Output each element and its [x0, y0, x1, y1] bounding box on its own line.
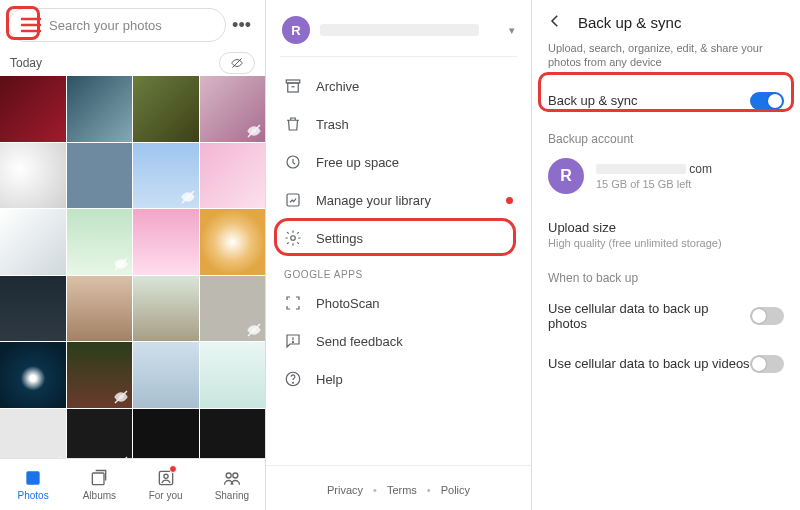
search-placeholder: Search your photos [49, 18, 162, 33]
photo-tile[interactable] [200, 276, 266, 342]
photo-tile[interactable] [200, 143, 266, 209]
photo-tile[interactable] [0, 409, 66, 459]
section-label: Backup account [532, 122, 800, 150]
photo-tile[interactable] [67, 276, 133, 342]
svg-point-26 [291, 236, 296, 241]
cellular-photos-row[interactable]: Use cellular data to back up photos [532, 289, 800, 343]
sharing-icon [222, 468, 242, 488]
svg-point-20 [233, 473, 238, 478]
row-sub: High quality (free unlimited storage) [548, 237, 784, 249]
menu-archive[interactable]: Archive [266, 67, 531, 105]
albums-icon [89, 468, 109, 488]
menu-trash[interactable]: Trash [266, 105, 531, 143]
nav-label: For you [149, 490, 183, 501]
row-label: Use cellular data to back up videos [548, 356, 750, 371]
section-header: GOOGLE APPS [266, 257, 531, 284]
avatar: R [282, 16, 310, 44]
photo-tile[interactable] [133, 209, 199, 275]
upload-size-row[interactable]: Upload size High quality (free unlimited… [532, 208, 800, 261]
page-subtitle: Upload, search, organize, edit, & share … [532, 41, 800, 80]
photo-tile[interactable] [133, 409, 199, 459]
svg-line-14 [115, 457, 127, 458]
menu-label: Free up space [316, 155, 399, 170]
nav-albums[interactable]: Albums [66, 459, 132, 510]
photo-tile[interactable] [67, 76, 133, 142]
menu-drawer-screen: R ▾ Archive Trash Free up space Manage y… [266, 0, 532, 510]
nav-photos[interactable]: Photos [0, 459, 66, 510]
eye-off-icon [113, 455, 129, 458]
link-terms[interactable]: Terms [387, 484, 417, 496]
photo-tile[interactable] [67, 143, 133, 209]
backup-sync-toggle-row[interactable]: Back up & sync [532, 80, 800, 122]
email-redacted [596, 164, 686, 174]
nav-sharing[interactable]: Sharing [199, 459, 265, 510]
account-selector[interactable]: R ▾ [266, 0, 531, 56]
menu-free-up-space[interactable]: Free up space [266, 143, 531, 181]
menu-photoscan[interactable]: PhotoScan [266, 284, 531, 322]
photo-tile[interactable] [133, 342, 199, 408]
menu-send-feedback[interactable]: Send feedback [266, 322, 531, 360]
menu-list: Archive Trash Free up space Manage your … [266, 63, 531, 465]
svg-point-28 [293, 342, 294, 343]
photo-tile[interactable] [200, 409, 266, 459]
search-row: Search your photos ••• [0, 0, 265, 46]
nav-label: Photos [18, 490, 49, 501]
menu-manage-library[interactable]: Manage your library [266, 181, 531, 219]
photo-tile[interactable] [0, 143, 66, 209]
photo-tile[interactable] [200, 342, 266, 408]
svg-rect-22 [288, 83, 299, 92]
toggle-switch[interactable] [750, 355, 784, 373]
search-input[interactable]: Search your photos [8, 8, 226, 42]
photo-tile[interactable] [133, 276, 199, 342]
section-label: When to back up [532, 261, 800, 289]
photo-tile[interactable] [133, 76, 199, 142]
overflow-icon[interactable]: ••• [232, 15, 257, 36]
chevron-down-icon: ▾ [509, 24, 515, 37]
svg-rect-15 [26, 471, 39, 484]
svg-rect-16 [93, 473, 105, 485]
photos-app-screen: Search your photos ••• Today [0, 0, 266, 510]
row-label: Use cellular data to back up photos [548, 301, 750, 331]
toggle-switch[interactable] [750, 92, 784, 110]
link-privacy[interactable]: Privacy [327, 484, 363, 496]
eye-off-icon [113, 256, 129, 272]
photo-tile[interactable] [0, 76, 66, 142]
svg-point-19 [226, 473, 231, 478]
separator-dot-icon: • [427, 484, 431, 496]
back-button[interactable] [546, 12, 564, 33]
photo-tile[interactable] [67, 342, 133, 408]
account-text: com 15 GB of 15 GB left [596, 162, 712, 190]
menu-help[interactable]: Help [266, 360, 531, 398]
toggle-switch[interactable] [750, 307, 784, 325]
cellular-videos-row[interactable]: Use cellular data to back up videos [532, 343, 800, 385]
menu-settings[interactable]: Settings [266, 219, 531, 257]
divider [280, 56, 517, 57]
eye-off-icon [180, 189, 196, 205]
manage-library-icon [284, 191, 302, 209]
photo-tile[interactable] [200, 76, 266, 142]
account-row[interactable]: R com 15 GB of 15 GB left [532, 150, 800, 208]
photo-tile[interactable] [200, 209, 266, 275]
free-up-space-icon [284, 153, 302, 171]
photo-tile[interactable] [67, 209, 133, 275]
row-label: Back up & sync [548, 93, 638, 108]
notification-dot-icon [169, 465, 177, 473]
section-label: Today [10, 56, 42, 70]
menu-label: Settings [316, 231, 363, 246]
archive-icon [284, 77, 302, 95]
nav-for-you[interactable]: For you [133, 459, 199, 510]
eye-off-icon [113, 389, 129, 405]
nav-label: Sharing [215, 490, 249, 501]
photo-tile[interactable] [67, 409, 133, 459]
menu-icon[interactable] [19, 13, 43, 37]
eye-off-icon [246, 123, 262, 139]
link-policy[interactable]: Policy [441, 484, 470, 496]
photo-tile[interactable] [0, 342, 66, 408]
hide-toggle-button[interactable] [219, 52, 255, 74]
photo-tile[interactable] [133, 143, 199, 209]
menu-label: Help [316, 372, 343, 387]
eye-off-icon [246, 322, 262, 338]
svg-line-12 [49, 457, 61, 458]
photo-tile[interactable] [0, 209, 66, 275]
photo-tile[interactable] [0, 276, 66, 342]
